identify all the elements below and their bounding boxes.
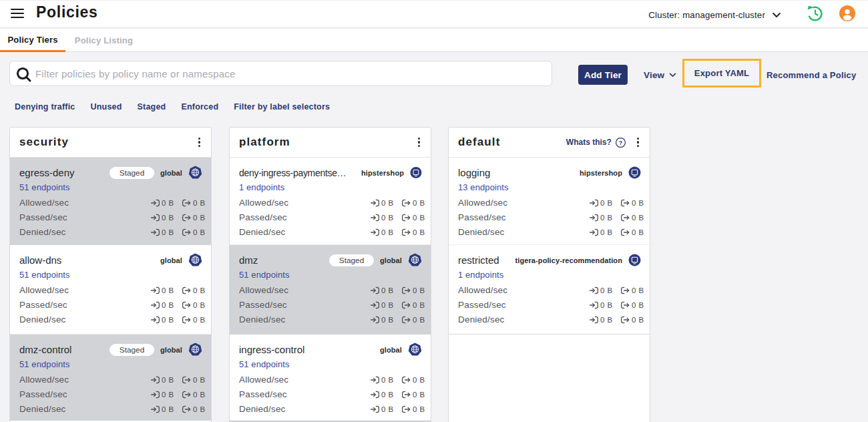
svg-text:?: ? [619,139,622,146]
